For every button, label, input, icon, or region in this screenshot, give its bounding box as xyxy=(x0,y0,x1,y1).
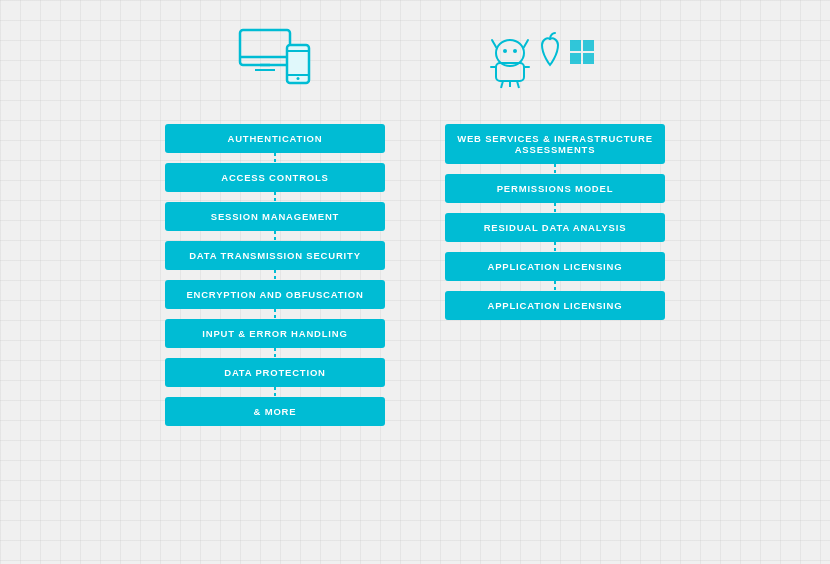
card-item: INPUT & ERROR HANDLING xyxy=(165,319,385,348)
svg-point-10 xyxy=(513,49,517,53)
card-item: ACCESS CONTROLS xyxy=(165,163,385,192)
right-cards-container: WEB SERVICES & INFRASTRUCTURE ASSESSMENT… xyxy=(445,124,665,320)
card-item: WEB SERVICES & INFRASTRUCTURE ASSESSMENT… xyxy=(445,124,665,164)
connector xyxy=(554,281,556,291)
svg-rect-22 xyxy=(583,53,594,64)
connector xyxy=(274,192,276,202)
connector xyxy=(274,309,276,319)
connector xyxy=(274,231,276,241)
svg-rect-0 xyxy=(240,30,290,65)
connector xyxy=(274,387,276,397)
right-column: WEB SERVICES & INFRASTRUCTURE ASSESSMENT… xyxy=(445,20,665,320)
card-item: DATA PROTECTION xyxy=(165,358,385,387)
app-layer-icon xyxy=(235,20,315,100)
card-item: SESSION MANAGEMENT xyxy=(165,202,385,231)
connector xyxy=(554,164,556,174)
svg-line-12 xyxy=(524,40,528,47)
svg-point-9 xyxy=(503,49,507,53)
os-arch-icon xyxy=(490,20,620,100)
left-cards-container: AUTHENTICATIONACCESS CONTROLSSESSION MAN… xyxy=(165,124,385,426)
svg-point-7 xyxy=(297,77,300,80)
card-item: APPLICATION LICENSING xyxy=(445,252,665,281)
svg-rect-21 xyxy=(570,53,581,64)
card-item: ENCRYPTION AND OBFUSCATION xyxy=(165,280,385,309)
svg-line-15 xyxy=(501,81,503,88)
connector xyxy=(274,153,276,163)
connector xyxy=(274,270,276,280)
svg-rect-19 xyxy=(570,40,581,51)
svg-rect-20 xyxy=(583,40,594,51)
card-item: & MORE xyxy=(165,397,385,426)
card-item: PERMISSIONS MODEL xyxy=(445,174,665,203)
connector xyxy=(554,242,556,252)
svg-line-11 xyxy=(492,40,496,47)
connector xyxy=(554,203,556,213)
connector xyxy=(274,348,276,358)
card-item: RESIDUAL DATA ANALYSIS xyxy=(445,213,665,242)
main-container: AUTHENTICATIONACCESS CONTROLSSESSION MAN… xyxy=(0,0,830,564)
left-column: AUTHENTICATIONACCESS CONTROLSSESSION MAN… xyxy=(165,20,385,426)
svg-line-16 xyxy=(517,81,519,88)
card-item: DATA TRANSMISSION SECURITY xyxy=(165,241,385,270)
card-item: AUTHENTICATION xyxy=(165,124,385,153)
card-item: APPLICATION LICENSING xyxy=(445,291,665,320)
